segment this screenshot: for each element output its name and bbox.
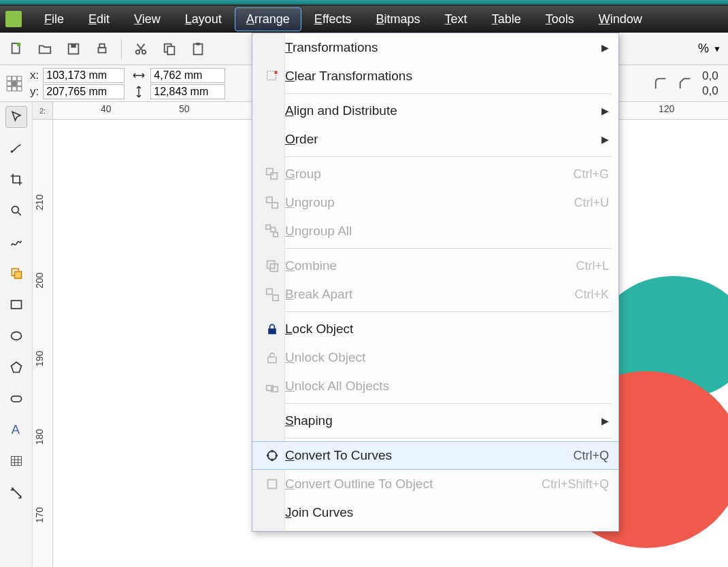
menu-item-lock-object[interactable]: Lock Object xyxy=(252,315,618,343)
polygon-tool[interactable] xyxy=(5,356,27,378)
text-tool[interactable]: A xyxy=(5,419,27,441)
submenu-arrow-icon: ▶ xyxy=(601,415,609,426)
menu-item-unlock-object: Unlock Object xyxy=(252,343,618,372)
menu-bitmaps[interactable]: Bitmaps xyxy=(365,7,432,31)
menu-effects[interactable]: Effects xyxy=(303,7,363,31)
menu-window[interactable]: Window xyxy=(587,7,654,31)
svg-text:A: A xyxy=(11,422,20,436)
freehand-tool[interactable] xyxy=(5,231,27,253)
corner-radius-icon[interactable] xyxy=(653,76,668,91)
menu-item-label: Align and Distribute xyxy=(285,103,601,118)
height-field[interactable] xyxy=(150,84,225,99)
paste-icon[interactable] xyxy=(188,39,208,58)
smart-fill-tool[interactable] xyxy=(5,262,27,284)
width-field[interactable] xyxy=(150,68,225,83)
menu-file[interactable]: File xyxy=(33,7,76,31)
print-icon[interactable] xyxy=(93,39,112,58)
menu-item-label: Convert To Curves xyxy=(285,448,573,463)
y-position-field[interactable] xyxy=(43,84,125,99)
basic-shapes-tool[interactable] xyxy=(5,388,27,409)
menu-shortcut: Ctrl+G xyxy=(573,167,609,182)
ruler-tick: 210 xyxy=(34,194,45,210)
crop-tool[interactable] xyxy=(5,169,27,190)
open-icon[interactable] xyxy=(35,39,54,58)
copy-icon[interactable] xyxy=(160,39,179,58)
ruler-tick: 50 xyxy=(179,103,190,114)
menu-item-shaping[interactable]: Shaping▶ xyxy=(252,407,618,435)
ruler-tick: 180 xyxy=(34,429,45,445)
corner-value-1[interactable]: 0,0 xyxy=(702,69,723,83)
menu-text[interactable]: Text xyxy=(433,7,479,31)
vertical-ruler[interactable]: 210200190180170 xyxy=(33,120,53,567)
cut-icon[interactable] xyxy=(131,39,150,58)
menu-separator xyxy=(285,403,612,404)
menu-layout[interactable]: Layout xyxy=(173,7,233,31)
menu-view[interactable]: View xyxy=(122,7,172,31)
menu-item-clear-transformations[interactable]: Clear Transformations xyxy=(252,62,618,90)
width-icon xyxy=(131,68,146,83)
svg-rect-11 xyxy=(196,42,200,45)
svg-point-1 xyxy=(17,42,20,46)
ruler-tick: 190 xyxy=(34,351,45,366)
menu-item-order[interactable]: Order▶ xyxy=(252,125,618,154)
x-position-field[interactable] xyxy=(43,68,125,83)
menu-item-label: Transformations xyxy=(285,40,601,55)
menu-item-join-curves[interactable]: Join Curves xyxy=(252,498,618,527)
ruler-tick: 40 xyxy=(101,103,112,114)
svg-rect-36 xyxy=(266,225,270,229)
menu-shortcut: Ctrl+Q xyxy=(573,449,609,463)
pick-tool[interactable] xyxy=(5,106,27,128)
menu-item-label: Shaping xyxy=(285,413,601,428)
rectangle-tool[interactable] xyxy=(5,294,27,315)
menu-item-ungroup-all: Ungroup All xyxy=(252,217,618,245)
ruler-origin[interactable]: 2: xyxy=(33,102,53,120)
svg-point-22 xyxy=(12,206,18,213)
menu-item-transformations[interactable]: Transformations▶ xyxy=(252,33,618,62)
svg-rect-43 xyxy=(268,328,276,334)
menu-separator xyxy=(285,311,612,312)
svg-point-49 xyxy=(271,459,274,462)
svg-point-48 xyxy=(271,450,274,453)
menu-arrange[interactable]: Arrange xyxy=(235,7,301,31)
svg-rect-3 xyxy=(71,44,76,48)
separator xyxy=(121,39,122,59)
zoom-dropdown[interactable]: % ▼ xyxy=(698,41,721,56)
svg-rect-5 xyxy=(99,44,104,48)
object-origin-icon[interactable] xyxy=(5,75,23,92)
svg-rect-41 xyxy=(267,289,272,294)
submenu-arrow-icon: ▶ xyxy=(601,134,609,145)
menu-separator xyxy=(285,93,612,94)
menu-item-ungroup: UngroupCtrl+U xyxy=(252,188,618,217)
menu-item-label: Combine xyxy=(285,258,576,273)
svg-rect-32 xyxy=(267,169,273,175)
chamfer-icon[interactable] xyxy=(678,76,693,91)
zoom-tool[interactable] xyxy=(5,200,27,222)
unlock-all-icon xyxy=(259,379,285,394)
new-icon[interactable] xyxy=(7,39,26,58)
submenu-arrow-icon: ▶ xyxy=(601,42,609,53)
svg-rect-15 xyxy=(7,81,12,86)
menu-edit[interactable]: Edit xyxy=(77,7,121,31)
svg-rect-14 xyxy=(17,76,22,81)
menu-item-label: Group xyxy=(285,167,573,182)
to-curves-icon xyxy=(259,448,285,463)
svg-rect-25 xyxy=(11,300,21,309)
table-tool[interactable] xyxy=(5,450,27,472)
ellipse-tool[interactable] xyxy=(5,325,27,347)
menu-item-label: Join Curves xyxy=(285,505,609,520)
submenu-arrow-icon: ▶ xyxy=(601,105,609,116)
menu-item-align-and-distribute[interactable]: Align and Distribute▶ xyxy=(252,97,618,125)
save-icon[interactable] xyxy=(64,39,83,58)
corner-value-2[interactable]: 0,0 xyxy=(702,84,723,98)
menu-item-label: Convert Outline To Object xyxy=(285,477,542,492)
menu-tools[interactable]: Tools xyxy=(534,7,586,31)
menu-item-label: Clear Transformations xyxy=(285,69,609,84)
shape-tool[interactable] xyxy=(5,137,27,159)
dimension-tool[interactable] xyxy=(5,481,27,503)
ruler-tick: 120 xyxy=(659,103,674,114)
outline-obj-icon xyxy=(259,477,285,492)
svg-rect-33 xyxy=(271,173,277,179)
height-icon xyxy=(131,84,146,99)
menu-table[interactable]: Table xyxy=(480,7,533,31)
menu-item-convert-to-curves[interactable]: Convert To CurvesCtrl+Q xyxy=(252,441,618,470)
